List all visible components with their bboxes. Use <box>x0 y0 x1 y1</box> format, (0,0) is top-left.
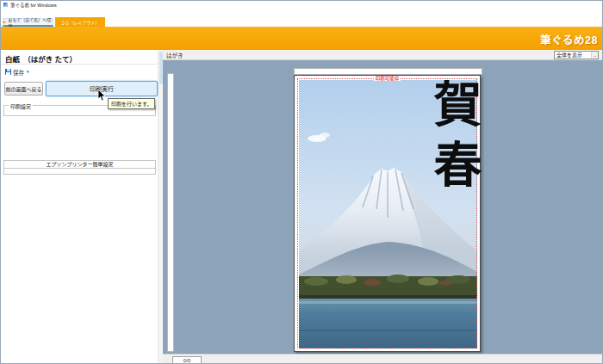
divider <box>1 64 158 65</box>
mode-tab-back[interactable]: うら（レイアウト） <box>55 17 105 27</box>
page-indicator: 0/0 <box>172 356 202 364</box>
mode-tab-front[interactable]: ▶ おもて（宛て名）へ切替 <box>3 18 53 27</box>
app-icon <box>3 3 8 7</box>
main-toolbar: 筆ぐるめ28 <box>1 27 602 50</box>
chevron-down-icon[interactable]: ▼ <box>26 70 29 74</box>
vertical-ruler <box>167 73 174 352</box>
page-title: 白紙 （はがき たて） <box>5 53 77 64</box>
menu-bar <box>1 9 602 17</box>
zoom-select[interactable]: 全体を表示 ⌄ <box>554 51 599 59</box>
arrow-icon: ▶ <box>3 20 6 24</box>
canvas-column: はがき 全体を表示 ⌄ <box>163 50 602 364</box>
window-title: 筆ぐるめ for Windows <box>10 2 57 9</box>
preview-canvas[interactable]: 賀春 印刷可能枠 <box>163 60 602 354</box>
title-bar: 筆ぐるめ for Windows <box>1 1 602 9</box>
printable-area-label: 印刷可能枠 <box>295 76 480 81</box>
status-bar: 0/0 <box>163 354 602 364</box>
save-icon <box>5 69 11 75</box>
epson-settings-legend: エプソンプリンター簡単設定 <box>4 161 155 169</box>
mode-tab-back-label: うら（レイアウト） <box>60 19 99 25</box>
zoom-select-value: 全体を表示 <box>556 52 582 58</box>
save-row: 保存 ▼ <box>5 67 155 77</box>
canvas-topbar: はがき 全体を表示 ⌄ <box>163 50 602 60</box>
canvas-page-label: はがき <box>166 51 183 59</box>
app-window: 筆ぐるめ for Windows ▶ おもて（宛て名）へ切替 うら（レイアウト）… <box>0 0 603 364</box>
tooltip: 印刷を行います。 <box>108 98 155 109</box>
back-button[interactable]: 前の画面へ戻る <box>4 82 43 96</box>
mode-tab-row: ▶ おもて（宛て名）へ切替 うら（レイアウト） <box>1 17 602 27</box>
main-area: 白紙 （はがき たて） 保存 ▼ 前の画面へ戻る 印刷実行 印刷を行います。 印… <box>1 50 602 364</box>
calligraphy-text[interactable]: 賀春 <box>430 79 478 200</box>
mouse-cursor-icon <box>97 89 107 105</box>
horizontal-ruler <box>294 68 482 75</box>
print-settings-legend: 印刷設定 <box>9 102 33 110</box>
epson-settings-group: エプソンプリンター簡単設定 <box>3 160 156 175</box>
print-panel: 白紙 （はがき たて） 保存 ▼ 前の画面へ戻る 印刷実行 印刷を行います。 印… <box>1 50 158 364</box>
chevron-down-icon: ⌄ <box>591 52 598 59</box>
postcard-preview[interactable]: 賀春 印刷可能枠 <box>294 75 481 352</box>
app-logo: 筆ぐるめ28 <box>540 31 598 47</box>
save-button[interactable]: 保存 ▼ <box>5 68 29 77</box>
save-label: 保存 <box>13 68 24 77</box>
